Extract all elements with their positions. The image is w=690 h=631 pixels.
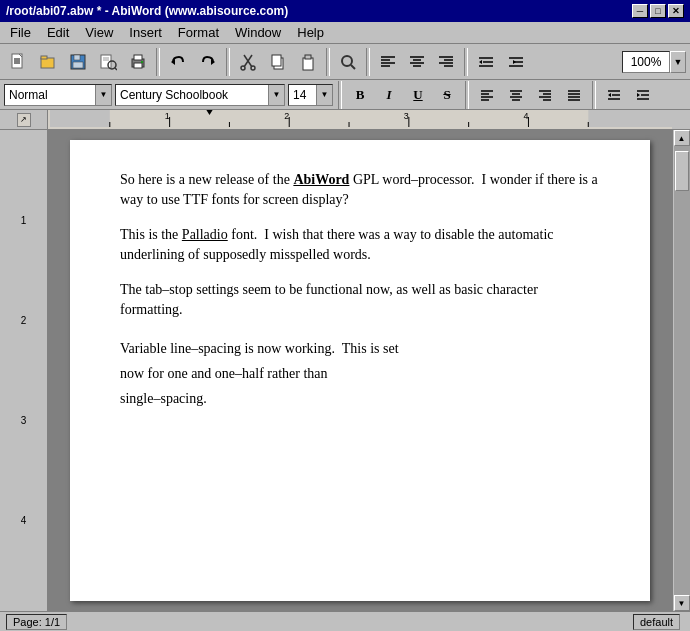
align-center-icon <box>409 55 425 69</box>
align-right-icon <box>438 55 454 69</box>
find-button[interactable] <box>334 48 362 76</box>
right-scrollbar: ▲ ▼ <box>672 130 690 611</box>
fmt-indent-increase-button[interactable] <box>630 83 656 107</box>
format-separator-3 <box>592 81 596 109</box>
paragraph-3: The tab–stop settings seem to be functio… <box>120 280 600 319</box>
open-icon <box>39 53 57 71</box>
paste-button[interactable] <box>294 48 322 76</box>
ruler-right-gutter <box>672 110 690 129</box>
fmt-align-right-button[interactable] <box>532 83 558 107</box>
align-left-button[interactable] <box>374 48 402 76</box>
format-separator-1 <box>338 81 342 109</box>
maximize-button[interactable]: □ <box>650 4 666 18</box>
ruler-corner[interactable]: ↗ <box>17 113 31 127</box>
svg-line-29 <box>351 65 355 69</box>
svg-rect-25 <box>272 55 281 66</box>
menu-window[interactable]: Window <box>227 23 289 42</box>
main-area: 1 2 3 4 So here is a new release of the … <box>0 130 690 611</box>
status-page: Page: 1/1 <box>6 614 67 630</box>
open-button[interactable] <box>34 48 62 76</box>
status-default: default <box>633 614 680 630</box>
doc-page: So here is a new release of the AbiWord … <box>70 140 650 601</box>
margin-number-1: 1 <box>21 130 27 230</box>
fmt-indent-decrease-button[interactable] <box>601 83 627 107</box>
align-right-button[interactable] <box>432 48 460 76</box>
indent-decrease-button[interactable] <box>472 48 500 76</box>
new-icon <box>9 53 27 71</box>
save-button[interactable] <box>64 48 92 76</box>
menu-view[interactable]: View <box>77 23 121 42</box>
undo-button[interactable] <box>164 48 192 76</box>
svg-marker-49 <box>513 60 516 64</box>
size-dropdown[interactable]: 14 ▼ <box>288 84 333 106</box>
print-icon <box>129 53 147 71</box>
title-bar: /root/abi07.abw * - AbiWord (www.abisour… <box>0 0 690 22</box>
minimize-button[interactable]: ─ <box>632 4 648 18</box>
close-button[interactable]: ✕ <box>668 4 684 18</box>
new-button[interactable] <box>4 48 32 76</box>
menu-insert[interactable]: Insert <box>121 23 170 42</box>
indent-increase-button[interactable] <box>502 48 530 76</box>
status-bar: Page: 1/1 default <box>0 611 690 631</box>
toolbar-separator-2 <box>226 48 230 76</box>
menu-format[interactable]: Format <box>170 23 227 42</box>
align-left-icon <box>380 55 396 69</box>
fmt-align-justify-button[interactable] <box>561 83 587 107</box>
menu-file[interactable]: File <box>2 23 39 42</box>
ruler-left-gutter: ↗ <box>0 110 48 129</box>
print-preview-icon <box>99 53 117 71</box>
copy-button[interactable] <box>264 48 292 76</box>
menu-edit[interactable]: Edit <box>39 23 77 42</box>
menu-bar: File Edit View Insert Format Window Help <box>0 22 690 44</box>
ruler-area: ↗ 1 2 3 4 <box>0 110 690 130</box>
svg-rect-15 <box>134 55 142 60</box>
fmt-align-center-icon <box>509 89 523 101</box>
svg-marker-73 <box>637 93 640 97</box>
svg-text:2: 2 <box>284 111 289 121</box>
align-center-button[interactable] <box>403 48 431 76</box>
cut-icon <box>239 53 257 71</box>
indent-decrease-icon <box>478 55 494 69</box>
scroll-up-button[interactable]: ▲ <box>674 130 690 146</box>
paragraph-4-container: Variable line–spacing is now working. Th… <box>120 336 600 412</box>
cut-button[interactable] <box>234 48 262 76</box>
size-arrow[interactable]: ▼ <box>316 85 332 105</box>
svg-point-28 <box>342 56 352 66</box>
paragraph-4-line3: single–spacing. <box>120 386 600 411</box>
zoom-dropdown-button[interactable]: ▼ <box>670 51 686 73</box>
abiword-bold: AbiWord <box>293 172 349 187</box>
title-bar-buttons: ─ □ ✕ <box>632 4 684 18</box>
margin-number-3: 3 <box>21 330 27 430</box>
font-arrow[interactable]: ▼ <box>268 85 284 105</box>
menu-help[interactable]: Help <box>289 23 332 42</box>
fmt-align-left-button[interactable] <box>474 83 500 107</box>
print-button[interactable] <box>124 48 152 76</box>
underline-button[interactable]: U <box>405 83 431 107</box>
font-dropdown[interactable]: Century Schoolbook ▼ <box>115 84 285 106</box>
fmt-align-center-button[interactable] <box>503 83 529 107</box>
fmt-align-right-icon <box>538 89 552 101</box>
style-arrow[interactable]: ▼ <box>95 85 111 105</box>
redo-button[interactable] <box>194 48 222 76</box>
scroll-down-button[interactable]: ▼ <box>674 595 690 611</box>
doc-scroll[interactable]: So here is a new release of the AbiWord … <box>48 130 672 611</box>
svg-point-23 <box>251 66 255 70</box>
print-preview-button[interactable] <box>94 48 122 76</box>
svg-text:3: 3 <box>404 111 409 121</box>
ruler: 1 2 3 4 <box>48 110 672 129</box>
format-separator-2 <box>465 81 469 109</box>
scroll-thumb[interactable] <box>675 151 689 191</box>
margin-number-2: 2 <box>21 230 27 330</box>
paragraph-1: So here is a new release of the AbiWord … <box>120 170 600 209</box>
italic-button[interactable]: I <box>376 83 402 107</box>
bold-button[interactable]: B <box>347 83 373 107</box>
format-toolbar: Normal ▼ Century Schoolbook ▼ 14 ▼ B I U… <box>0 80 690 110</box>
style-dropdown[interactable]: Normal ▼ <box>4 84 112 106</box>
scroll-track[interactable] <box>674 146 690 595</box>
svg-rect-76 <box>588 110 672 127</box>
strikethrough-button[interactable]: S <box>434 83 460 107</box>
fmt-indent-decrease-icon <box>607 89 621 101</box>
undo-icon <box>169 53 187 71</box>
fmt-align-left-icon <box>480 89 494 101</box>
svg-rect-16 <box>134 63 142 68</box>
